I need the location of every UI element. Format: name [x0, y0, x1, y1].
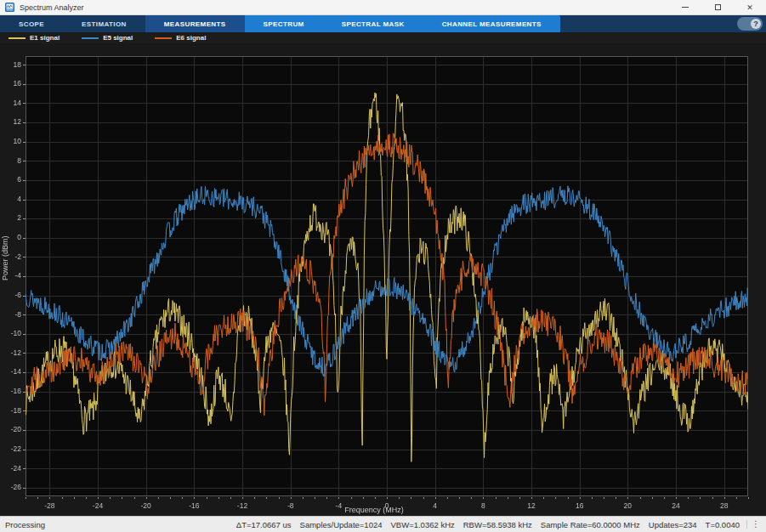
- e1-line-swatch: [9, 37, 26, 39]
- tab-channel-measurements-label: CHANNEL MEASUREMENTS: [442, 20, 542, 28]
- e1-legend-label: E1 signal: [30, 34, 60, 42]
- tab-spectral-mask[interactable]: SPECTRAL MASK: [323, 15, 423, 32]
- tab-scope[interactable]: SCOPE: [0, 15, 63, 32]
- y-axis-label: Power (dBm): [1, 235, 9, 280]
- tab-scope-label: SCOPE: [19, 20, 44, 28]
- status-stat: Updates=234: [649, 520, 697, 529]
- help-button[interactable]: ?: [737, 17, 763, 31]
- toolstrip-tabbar: SCOPE ESTIMATION MEASUREMENTS SPECTRUM S…: [0, 15, 766, 32]
- status-stat: T=0.0040: [706, 520, 740, 529]
- tab-spectrum[interactable]: SPECTRUM: [245, 15, 323, 32]
- figure-area: Power (dBm) Frequency (MHz): [0, 43, 766, 516]
- help-icon: ?: [751, 19, 761, 29]
- status-stat: RBW=58.5938 kHz: [463, 520, 532, 529]
- legend-item-e1[interactable]: E1 signal: [9, 34, 60, 42]
- x-axis-label: Frequency (MHz): [0, 506, 748, 514]
- contextual-tab-group: SPECTRUM SPECTRAL MASK CHANNEL MEASUREME…: [245, 15, 560, 32]
- tab-measurements[interactable]: MEASUREMENTS: [145, 15, 245, 32]
- close-button[interactable]: ✕: [734, 0, 766, 14]
- tab-spectral-mask-label: SPECTRAL MASK: [342, 20, 405, 28]
- minimize-button[interactable]: [669, 0, 701, 14]
- overflow-menu-button[interactable]: ⋮: [746, 520, 764, 529]
- status-message: Processing: [5, 520, 45, 529]
- title-bar: Spectrum Analyzer ✕: [0, 0, 766, 15]
- tab-estimation-label: ESTIMATION: [82, 20, 127, 28]
- e5-line-swatch: [82, 37, 99, 39]
- minimize-icon: [682, 7, 689, 8]
- tab-spectrum-label: SPECTRUM: [264, 20, 304, 28]
- tab-channel-measurements[interactable]: CHANNEL MEASUREMENTS: [423, 15, 560, 32]
- spectrum-analyzer-window: Spectrum Analyzer ✕ SCOPE ESTIMATION MEA…: [0, 0, 766, 532]
- status-stat: Sample Rate=60.0000 MHz: [541, 520, 640, 529]
- e6-line-swatch: [155, 37, 172, 39]
- close-icon: ✕: [746, 3, 753, 12]
- legend-item-e6[interactable]: E6 signal: [155, 34, 206, 42]
- maximize-icon: [715, 4, 721, 10]
- legend: E1 signal E5 signal E6 signal: [0, 32, 766, 43]
- window-controls: ✕: [669, 0, 766, 14]
- maximize-button[interactable]: [701, 0, 734, 14]
- spectrum-plot-canvas: [0, 43, 766, 516]
- status-stat: VBW=1.0362 kHz: [391, 520, 455, 529]
- app-icon: [5, 3, 14, 12]
- status-stat: Samples/Update=1024: [300, 520, 383, 529]
- status-stats: ΔT=17.0667 usSamples/Update=1024VBW=1.03…: [236, 520, 740, 529]
- e6-legend-label: E6 signal: [176, 34, 206, 42]
- window-title: Spectrum Analyzer: [20, 3, 84, 12]
- tab-measurements-label: MEASUREMENTS: [164, 20, 226, 28]
- tab-estimation[interactable]: ESTIMATION: [63, 15, 145, 32]
- status-bar: Processing ΔT=17.0667 usSamples/Update=1…: [0, 516, 766, 532]
- e5-legend-label: E5 signal: [103, 34, 133, 42]
- status-stat: ΔT=17.0667 us: [236, 520, 292, 529]
- legend-item-e5[interactable]: E5 signal: [82, 34, 133, 42]
